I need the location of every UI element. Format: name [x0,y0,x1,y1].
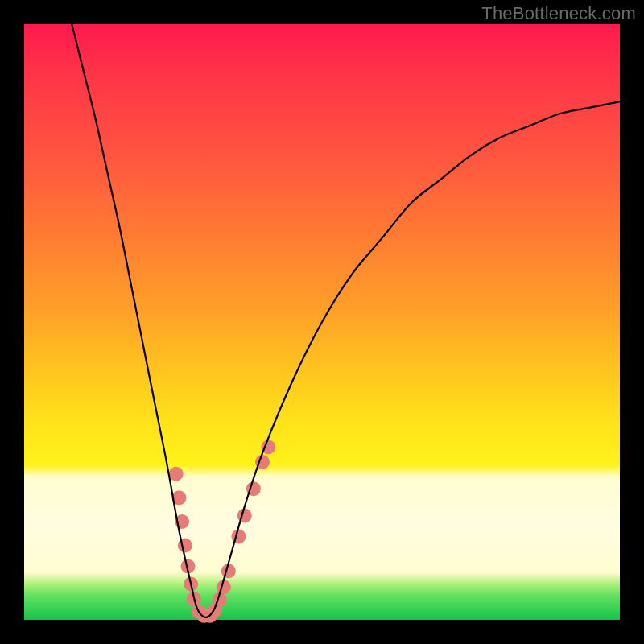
watermark-text: TheBottleneck.com [481,3,636,24]
plot-area [24,24,620,620]
marker-dot [169,467,184,481]
marker-dot [231,529,246,543]
chart-frame: TheBottleneck.com [0,0,644,644]
chart-svg [24,24,620,620]
marker-dot [178,539,192,553]
markers-layer [169,440,276,622]
bottleneck-curve [72,24,620,617]
